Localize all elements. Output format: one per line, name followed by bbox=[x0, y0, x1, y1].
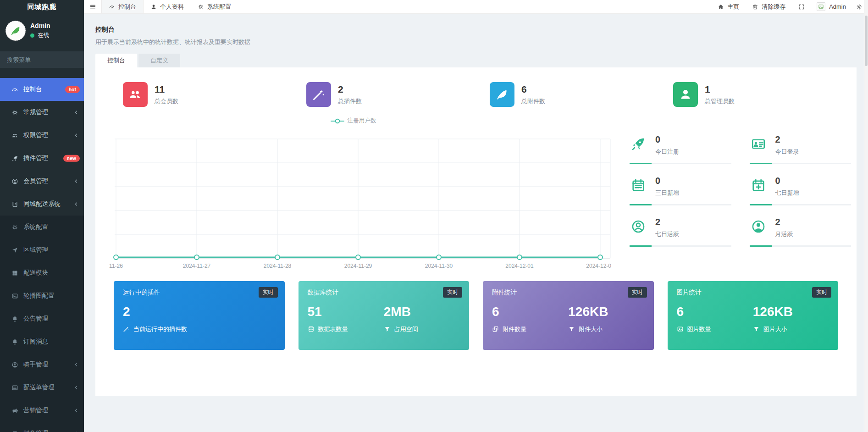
navbar-right: 主页 清除缓存 Admin bbox=[711, 0, 868, 13]
mini-stat-7day-active: 2 七日活跃 bbox=[630, 217, 731, 247]
card-metric-label: 占用空间 bbox=[394, 325, 418, 333]
sidebar-item-notice[interactable]: 公告管理 bbox=[0, 307, 84, 330]
chevron-left-icon bbox=[73, 133, 79, 138]
tab-console[interactable]: 控制台 bbox=[95, 54, 137, 67]
mini-stat-label: 今日注册 bbox=[655, 148, 679, 156]
sidebar-item-delivery-module[interactable]: 配送模块 bbox=[0, 261, 84, 284]
card-title: 数据库统计 bbox=[308, 288, 460, 297]
image-placeholder-icon bbox=[818, 4, 824, 10]
card-value: 126KB bbox=[568, 304, 644, 320]
fullscreen-button[interactable] bbox=[792, 0, 811, 13]
card-metric-label: 附件大小 bbox=[579, 325, 603, 333]
card-value: 2 bbox=[123, 304, 276, 320]
sidebar-item-system-config[interactable]: 系统配置 bbox=[0, 216, 84, 238]
mini-stat-value: 0 bbox=[655, 176, 679, 186]
stat-total-attachments: 6 总附件数 bbox=[490, 82, 673, 107]
mini-stats-panel: 0 今日注册 2 今日登录 0 bbox=[611, 116, 857, 258]
realtime-badge: 实时 bbox=[259, 287, 278, 298]
chart-legend[interactable]: 注册用户数 bbox=[95, 117, 611, 125]
mini-stat-value: 2 bbox=[655, 217, 679, 227]
card-title: 运行中的插件 bbox=[123, 288, 276, 297]
sidebar-item-banner[interactable]: 轮播图配置 bbox=[0, 284, 84, 307]
cogs-icon bbox=[11, 224, 18, 231]
sidebar-item-rider[interactable]: 骑手管理 bbox=[0, 353, 84, 376]
stat-icon-box bbox=[490, 82, 514, 107]
chevron-left-icon bbox=[73, 385, 79, 390]
user-circle-icon bbox=[751, 219, 766, 234]
search-input[interactable] bbox=[6, 56, 84, 64]
sidebar-item-label: 同城配送系统 bbox=[23, 200, 61, 208]
home-link[interactable]: 主页 bbox=[711, 0, 746, 13]
realtime-badge: 实时 bbox=[443, 287, 462, 298]
realtime-badge: 实时 bbox=[812, 287, 831, 298]
stat-value: 11 bbox=[155, 84, 178, 95]
mini-stat-bar bbox=[750, 204, 772, 205]
bullhorn-icon bbox=[11, 407, 18, 414]
mini-stat-value: 0 bbox=[775, 176, 799, 186]
sidebar-menu: 控制台 hot 常规管理 权限管理 插件管理 new 会员管理 bbox=[0, 78, 84, 432]
admin-dashboard: 同城跑腿 Admin 在线 控制台 hot 常规管理 bbox=[0, 0, 868, 432]
card-metric-label: 附件数量 bbox=[503, 325, 526, 333]
sidebar-item-label: 系统配置 bbox=[23, 223, 48, 231]
user-circle-icon bbox=[11, 361, 18, 368]
filter-icon bbox=[384, 326, 391, 332]
new-badge: new bbox=[63, 155, 80, 162]
sidebar-user-name: Admin bbox=[30, 22, 50, 29]
user-avatar bbox=[817, 2, 825, 11]
clone-icon bbox=[492, 326, 499, 332]
mini-stat-value: 0 bbox=[655, 134, 679, 145]
svg-text:2024-11-30: 2024-11-30 bbox=[425, 263, 453, 269]
sidebar-item-auth[interactable]: 权限管理 bbox=[0, 124, 84, 147]
sidebar-item-delivery-system[interactable]: 同城配送系统 bbox=[0, 193, 84, 216]
image-icon bbox=[677, 326, 684, 332]
nav-tab-profile[interactable]: 个人资料 bbox=[144, 0, 191, 13]
sidebar-item-label: 公告管理 bbox=[23, 315, 48, 323]
sidebar-item-console[interactable]: 控制台 hot bbox=[0, 78, 84, 101]
scrollbar-thumb[interactable] bbox=[865, 16, 868, 66]
users-icon bbox=[128, 88, 142, 101]
sidebar-item-addon[interactable]: 插件管理 new bbox=[0, 147, 84, 170]
tab-custom[interactable]: 自定义 bbox=[138, 54, 180, 67]
nav-tab-console[interactable]: 控制台 bbox=[101, 0, 144, 13]
card-value: 2MB bbox=[384, 304, 460, 320]
clear-cache-label: 清除缓存 bbox=[762, 3, 785, 11]
nav-tab-system-config[interactable]: 系统配置 bbox=[191, 0, 238, 13]
content-tabs: 控制台 自定义 bbox=[95, 54, 857, 67]
mini-stat-label: 三日新增 bbox=[655, 189, 679, 197]
avatar[interactable] bbox=[6, 21, 26, 41]
card-metric-label: 当前运行中的插件数 bbox=[133, 325, 187, 333]
home-link-label: 主页 bbox=[727, 3, 739, 11]
mini-stat-bar bbox=[630, 245, 652, 247]
sidebar-item-members[interactable]: 会员管理 bbox=[0, 170, 84, 193]
sidebar-item-general[interactable]: 常规管理 bbox=[0, 101, 84, 124]
registered-users-chart: 注册用户数 11-262024-11-272024-11-282024-11-2… bbox=[95, 116, 611, 272]
nav-tab-label: 控制台 bbox=[118, 3, 136, 11]
magic-wand-icon bbox=[123, 326, 130, 332]
sidebar-toggle-button[interactable] bbox=[84, 0, 101, 13]
calendar-plus-icon bbox=[751, 177, 766, 193]
stats-row: 11 总会员数 2 总插件数 6 总附件数 1 bbox=[95, 67, 857, 107]
rocket-icon bbox=[11, 155, 18, 162]
user-menu[interactable]: Admin bbox=[811, 2, 851, 11]
settings-button[interactable] bbox=[851, 0, 862, 13]
mini-stat-today-registered: 0 今日注册 bbox=[630, 134, 731, 164]
stat-label: 总插件数 bbox=[338, 97, 362, 105]
clear-cache-link[interactable]: 清除缓存 bbox=[746, 0, 792, 13]
mini-stat-bar bbox=[750, 163, 772, 164]
id-card-icon bbox=[751, 136, 766, 152]
stat-value: 2 bbox=[338, 84, 362, 95]
card-value: 126KB bbox=[753, 304, 829, 320]
chevron-left-icon bbox=[73, 178, 79, 184]
sidebar-item-delivery-orders[interactable]: 配送单管理 bbox=[0, 376, 84, 399]
sidebar-item-marketing[interactable]: 营销管理 bbox=[0, 399, 84, 422]
sidebar-user-status: 在线 bbox=[30, 32, 50, 39]
page-scrollbar[interactable] bbox=[864, 0, 868, 432]
card-title: 图片统计 bbox=[677, 288, 829, 297]
menu-bars-icon bbox=[89, 3, 96, 10]
sidebar-item-finance[interactable]: 财务管理 bbox=[0, 422, 84, 432]
stat-value: 1 bbox=[705, 84, 735, 95]
sidebar-item-subscribe[interactable]: 订阅消息 bbox=[0, 330, 84, 353]
sidebar-item-region[interactable]: 区域管理 bbox=[0, 238, 84, 261]
user-icon bbox=[150, 4, 157, 10]
card-metric-label: 图片大小 bbox=[763, 325, 787, 333]
